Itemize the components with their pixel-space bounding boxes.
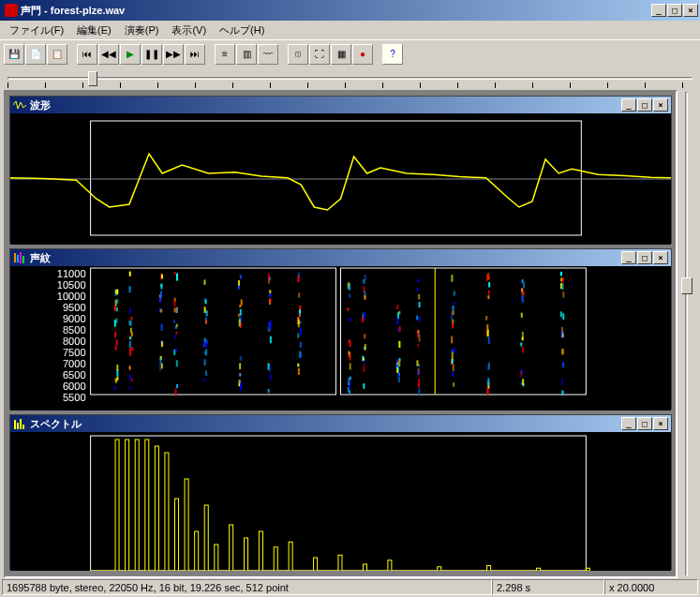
spectrum-view[interactable] (10, 432, 671, 571)
zoom-slider-thumb[interactable] (681, 277, 693, 294)
svg-text:9000: 9000 (63, 313, 86, 324)
svg-rect-226 (418, 383, 420, 388)
svg-rect-248 (452, 371, 454, 377)
svg-rect-73 (161, 324, 163, 331)
fx1-button[interactable]: ≡ (215, 44, 235, 65)
svg-rect-131 (270, 374, 272, 381)
spectrogram-close-button[interactable]: × (653, 251, 668, 264)
menu-help[interactable]: ヘルプ(H) (214, 22, 270, 39)
svg-rect-107 (205, 320, 207, 325)
spectrum-min-button[interactable]: _ (621, 417, 636, 430)
svg-rect-128 (239, 320, 241, 327)
spectrogram-max-button[interactable]: □ (637, 251, 652, 264)
svg-rect-114 (239, 381, 241, 383)
save-button[interactable]: 💾 (4, 44, 24, 65)
svg-rect-237 (453, 302, 454, 306)
app-icon (5, 4, 18, 17)
waveform-view[interactable] (10, 113, 671, 245)
svg-rect-18 (91, 268, 336, 395)
svg-rect-164 (299, 313, 301, 316)
spectrum-close-button[interactable]: × (653, 417, 668, 430)
waveform-title: 波形 (30, 98, 621, 112)
spectrogram-min-button[interactable]: _ (621, 251, 636, 264)
grid-button[interactable]: ▦ (331, 44, 351, 65)
svg-rect-173 (350, 318, 351, 321)
svg-text:10500: 10500 (57, 279, 86, 291)
paste-button[interactable]: 📋 (47, 44, 67, 65)
svg-text:6000: 6000 (63, 381, 86, 392)
minimize-button[interactable]: _ (651, 4, 666, 17)
svg-rect-76 (173, 320, 175, 322)
record-button[interactable]: ● (352, 44, 373, 65)
close-button[interactable]: × (683, 4, 698, 17)
svg-rect-109 (204, 359, 206, 366)
waveform-min-button[interactable]: _ (621, 98, 636, 112)
fastforward-button[interactable]: ▶▶ (163, 44, 184, 65)
time-slider[interactable] (0, 67, 700, 90)
status-zoom: x 20.0000 (604, 579, 698, 595)
svg-rect-188 (364, 334, 365, 338)
svg-rect-74 (159, 297, 161, 302)
svg-rect-22 (114, 306, 116, 311)
status-time: 2.298 s (492, 579, 604, 595)
svg-rect-19 (341, 268, 587, 395)
rewind-button[interactable]: ◀◀ (98, 44, 119, 65)
svg-rect-89 (176, 324, 178, 327)
svg-rect-50 (129, 366, 131, 369)
rewind-all-button[interactable]: ⏮ (77, 44, 97, 65)
svg-rect-247 (451, 336, 453, 344)
svg-rect-34 (116, 290, 118, 295)
waveform-max-button[interactable]: □ (637, 98, 652, 112)
copy-button[interactable]: 📄 (25, 44, 46, 65)
svg-rect-259 (487, 367, 489, 370)
fullscreen-button[interactable]: ⛶ (309, 44, 330, 65)
svg-rect-284 (522, 379, 524, 385)
svg-rect-289 (521, 294, 523, 302)
maximize-button[interactable]: □ (667, 4, 682, 17)
svg-rect-301 (560, 272, 562, 276)
svg-rect-108 (205, 349, 207, 355)
split-button[interactable]: ⎅ (288, 44, 308, 65)
svg-rect-303 (562, 362, 564, 367)
time-slider-thumb[interactable] (88, 71, 97, 86)
svg-rect-75 (175, 331, 177, 334)
menu-edit[interactable]: 編集(E) (71, 22, 117, 39)
svg-rect-209 (396, 305, 398, 309)
svg-rect-110 (204, 342, 206, 349)
titlebar: 声門 - forest-plze.wav _ □ × (0, 0, 700, 21)
svg-rect-285 (522, 347, 524, 353)
spectrum-max-button[interactable]: □ (637, 417, 652, 430)
play-button[interactable]: ▶ (120, 44, 141, 65)
fastforward-all-button[interactable]: ⏭ (185, 44, 205, 65)
svg-rect-245 (452, 322, 454, 328)
spectrum-title: スペクトル (30, 417, 621, 431)
svg-rect-118 (240, 383, 242, 391)
svg-rect-215 (396, 365, 398, 367)
svg-rect-244 (451, 312, 453, 320)
svg-rect-306 (562, 277, 564, 283)
svg-rect-83 (176, 384, 178, 388)
svg-rect-236 (417, 330, 419, 333)
svg-text:7000: 7000 (63, 358, 86, 369)
svg-rect-223 (418, 279, 420, 282)
menu-file[interactable]: ファイル(F) (4, 22, 69, 39)
svg-rect-312 (22, 425, 24, 429)
svg-rect-271 (487, 295, 489, 299)
menu-view[interactable]: 表示(V) (166, 22, 212, 39)
pause-button[interactable]: ❚❚ (141, 44, 162, 65)
spectrogram-view[interactable]: 1100010500100009500900085008000750070006… (10, 266, 671, 410)
fx3-button[interactable]: 〰 (258, 44, 278, 65)
spectrogram-icon (13, 252, 26, 263)
svg-rect-144 (270, 293, 272, 298)
svg-rect-253 (452, 306, 454, 310)
svg-rect-49 (131, 347, 133, 351)
menu-play[interactable]: 演奏(P) (119, 22, 165, 39)
waveform-close-button[interactable]: × (653, 98, 668, 112)
svg-rect-155 (300, 342, 302, 348)
help-button[interactable]: ? (382, 44, 403, 65)
zoom-slider[interactable] (679, 90, 696, 578)
svg-rect-153 (300, 328, 302, 336)
fx2-button[interactable]: ▥ (236, 44, 257, 65)
svg-rect-46 (130, 336, 132, 339)
svg-rect-2 (14, 253, 16, 262)
